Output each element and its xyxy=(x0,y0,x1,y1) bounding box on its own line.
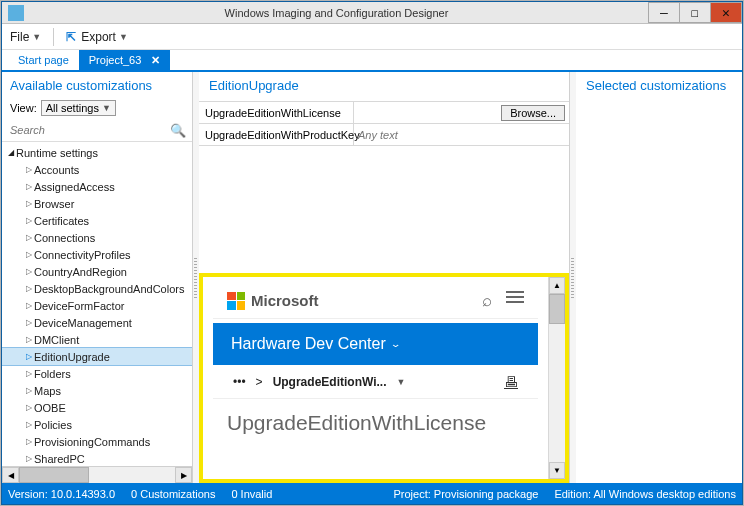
tab-start-page[interactable]: Start page xyxy=(8,50,79,70)
tree-item-label: DeviceFormFactor xyxy=(34,300,124,312)
tab-project[interactable]: Project_63✕ xyxy=(79,50,171,70)
tree-item-label: SharedPC xyxy=(34,453,85,465)
microsoft-logo[interactable]: Microsoft xyxy=(227,292,319,310)
tree-item-sharedpc[interactable]: ▷SharedPC xyxy=(2,450,192,466)
expand-icon[interactable]: ▷ xyxy=(24,233,34,242)
expand-icon[interactable]: ▷ xyxy=(24,318,34,327)
tree-item-countryandregion[interactable]: ▷CountryAndRegion xyxy=(2,263,192,280)
expand-icon[interactable]: ▷ xyxy=(24,454,34,463)
close-button[interactable]: ✕ xyxy=(710,2,742,23)
expand-icon[interactable]: ▷ xyxy=(24,199,34,208)
prop-label: UpgradeEditionWithLicense xyxy=(199,102,354,123)
tree-item-label: Maps xyxy=(34,385,61,397)
tree-item-connectivityprofiles[interactable]: ▷ConnectivityProfiles xyxy=(2,246,192,263)
tree-item-label: CountryAndRegion xyxy=(34,266,127,278)
search-icon[interactable]: 🔍 xyxy=(170,123,186,138)
edition-upgrade-header: EditionUpgrade xyxy=(199,72,569,101)
chevron-down-icon[interactable]: ▼ xyxy=(397,377,406,387)
properties-table: UpgradeEditionWithLicense Browse... Upgr… xyxy=(199,101,569,146)
tree-item-devicemanagement[interactable]: ▷DeviceManagement xyxy=(2,314,192,331)
center-panel: EditionUpgrade UpgradeEditionWithLicense… xyxy=(199,72,570,483)
window-title: Windows Imaging and Configuration Design… xyxy=(24,7,649,19)
tree-item-label: DesktopBackgroundAndColors xyxy=(34,283,184,295)
tree-item-browser[interactable]: ▷Browser xyxy=(2,195,192,212)
expand-icon[interactable]: ▷ xyxy=(24,335,34,344)
tree-item-maps[interactable]: ▷Maps xyxy=(2,382,192,399)
tab-bar: Start page Project_63✕ xyxy=(2,50,742,72)
expand-icon[interactable]: ▷ xyxy=(24,250,34,259)
tab-close-icon[interactable]: ✕ xyxy=(151,54,160,67)
tree-item-label: DMClient xyxy=(34,334,79,346)
tree-item-assignedaccess[interactable]: ▷AssignedAccess xyxy=(2,178,192,195)
tree-item-label: Browser xyxy=(34,198,74,210)
tree-item-label: AssignedAccess xyxy=(34,181,115,193)
expand-icon[interactable]: ▷ xyxy=(24,420,34,429)
minimize-button[interactable]: — xyxy=(648,2,680,23)
tree-item-editionupgrade[interactable]: ▷EditionUpgrade xyxy=(2,348,192,365)
expand-icon[interactable]: ▷ xyxy=(24,267,34,276)
tree-item-label: ProvisioningCommands xyxy=(34,436,150,448)
view-selector[interactable]: All settings▼ xyxy=(41,100,116,116)
scroll-thumb[interactable] xyxy=(19,467,89,483)
search-input[interactable] xyxy=(8,122,170,138)
tree-item-connections[interactable]: ▷Connections xyxy=(2,229,192,246)
settings-tree[interactable]: ◢Runtime settings ▷Accounts▷AssignedAcce… xyxy=(2,142,192,466)
tree-root[interactable]: ◢Runtime settings xyxy=(2,144,192,161)
scroll-up-button[interactable]: ▲ xyxy=(549,277,565,294)
status-customizations: 0 Customizations xyxy=(131,488,215,500)
hamburger-icon[interactable] xyxy=(506,291,524,311)
tree-item-oobe[interactable]: ▷OOBE xyxy=(2,399,192,416)
status-bar: Version: 10.0.14393.0 0 Customizations 0… xyxy=(2,483,742,504)
product-key-input[interactable] xyxy=(358,129,565,141)
prop-label: UpgradeEditionWithProductKey xyxy=(199,124,354,145)
doc-site-header[interactable]: Hardware Dev Center⌄ xyxy=(213,323,538,365)
tree-item-certificates[interactable]: ▷Certificates xyxy=(2,212,192,229)
expand-icon[interactable]: ▷ xyxy=(24,301,34,310)
tree-item-label: Policies xyxy=(34,419,72,431)
doc-vscrollbar[interactable]: ▲ ▼ xyxy=(548,277,565,479)
tree-hscrollbar[interactable]: ◀ ▶ xyxy=(2,466,192,483)
available-customizations-header: Available customizations xyxy=(2,72,192,97)
scroll-thumb[interactable] xyxy=(549,294,565,324)
scroll-left-button[interactable]: ◀ xyxy=(2,467,19,483)
status-invalid: 0 Invalid xyxy=(231,488,272,500)
tree-item-label: Accounts xyxy=(34,164,79,176)
expand-icon[interactable]: ▷ xyxy=(24,369,34,378)
expand-icon[interactable]: ▷ xyxy=(24,403,34,412)
print-icon[interactable]: 🖶 xyxy=(504,374,518,390)
doc-search-icon[interactable]: ⌕ xyxy=(482,291,492,311)
expand-icon[interactable]: ▷ xyxy=(24,216,34,225)
maximize-button[interactable]: ☐ xyxy=(679,2,711,23)
tree-item-label: Folders xyxy=(34,368,71,380)
expand-icon[interactable]: ▷ xyxy=(24,284,34,293)
scroll-down-button[interactable]: ▼ xyxy=(549,462,565,479)
browse-button[interactable]: Browse... xyxy=(501,105,565,121)
chevron-down-icon: ⌄ xyxy=(390,339,402,349)
doc-title: UpgradeEditionWithLicense xyxy=(203,399,548,447)
tree-item-policies[interactable]: ▷Policies xyxy=(2,416,192,433)
expand-icon[interactable]: ▷ xyxy=(24,182,34,191)
expand-icon[interactable]: ▷ xyxy=(24,165,34,174)
tree-item-provisioningcommands[interactable]: ▷ProvisioningCommands xyxy=(2,433,192,450)
tree-item-label: OOBE xyxy=(34,402,66,414)
prop-row-license: UpgradeEditionWithLicense Browse... xyxy=(199,102,569,124)
tree-item-deviceformfactor[interactable]: ▷DeviceFormFactor xyxy=(2,297,192,314)
ellipsis-icon[interactable]: ••• xyxy=(233,375,246,389)
title-bar: Windows Imaging and Configuration Design… xyxy=(2,2,742,24)
expand-icon[interactable]: ▷ xyxy=(24,386,34,395)
tree-item-dmclient[interactable]: ▷DMClient xyxy=(2,331,192,348)
export-menu[interactable]: ⇱Export▼ xyxy=(66,30,128,44)
scroll-right-button[interactable]: ▶ xyxy=(175,467,192,483)
status-project: Project: Provisioning package xyxy=(393,488,538,500)
splitter-right[interactable] xyxy=(570,72,576,483)
selected-customizations-header: Selected customizations xyxy=(586,78,732,93)
menu-divider xyxy=(53,28,54,46)
breadcrumb[interactable]: ••• > UpgradeEditionWi... ▼ xyxy=(233,375,405,389)
tree-item-label: DeviceManagement xyxy=(34,317,132,329)
tree-item-folders[interactable]: ▷Folders xyxy=(2,365,192,382)
file-menu[interactable]: File▼ xyxy=(10,30,41,44)
expand-icon[interactable]: ▷ xyxy=(24,352,34,361)
expand-icon[interactable]: ▷ xyxy=(24,437,34,446)
tree-item-accounts[interactable]: ▷Accounts xyxy=(2,161,192,178)
tree-item-desktopbackgroundandcolors[interactable]: ▷DesktopBackgroundAndColors xyxy=(2,280,192,297)
